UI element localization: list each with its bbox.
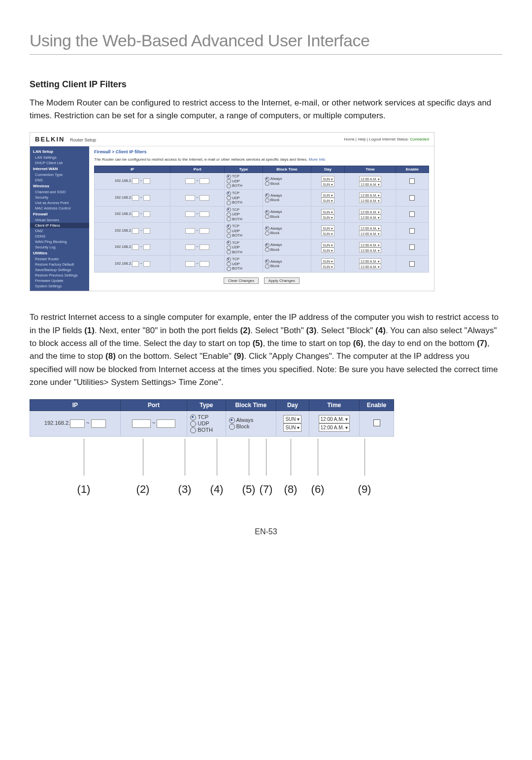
type-radio[interactable] — [227, 245, 231, 250]
time-start-select[interactable]: 12:00 A.M. ▾ — [359, 176, 381, 181]
clear-changes-button[interactable]: Clear Changes — [224, 277, 259, 284]
day-end-select[interactable]: SUN ▾ — [321, 181, 334, 187]
enable-checkbox[interactable] — [409, 228, 415, 234]
sidebar-item[interactable]: Save/Backup Settings — [30, 267, 89, 273]
type-radio[interactable] — [227, 174, 231, 179]
day-end-select[interactable]: SUN ▾ — [321, 231, 334, 236]
port-field[interactable] — [132, 419, 151, 428]
type-radio[interactable] — [227, 184, 231, 188]
day-end-select[interactable]: SUN ▾ — [321, 198, 334, 203]
type-radio[interactable] — [227, 257, 231, 262]
day-end-select[interactable]: SUN ▾ — [321, 264, 334, 269]
sidebar-item[interactable]: DNS — [30, 177, 89, 183]
ip-start-field[interactable] — [132, 244, 139, 250]
type-radio[interactable] — [227, 267, 231, 271]
type-radio[interactable] — [190, 421, 196, 427]
type-radio[interactable] — [227, 212, 231, 217]
ip-end-field[interactable] — [143, 178, 150, 184]
port-start-field[interactable] — [185, 195, 195, 201]
type-radio[interactable] — [227, 234, 231, 238]
sidebar-item[interactable]: Restore Previous Settings — [30, 273, 89, 278]
port-end-field[interactable] — [200, 228, 209, 234]
enable-checkbox[interactable] — [409, 178, 415, 184]
sidebar-item[interactable]: Security — [30, 195, 89, 200]
sidebar-item[interactable]: MAC Address Control — [30, 206, 89, 211]
type-radio[interactable] — [227, 179, 231, 183]
blocktime-radio[interactable] — [265, 210, 269, 214]
port-end-field[interactable] — [200, 244, 209, 250]
blocktime-radio[interactable] — [265, 226, 269, 231]
blocktime-radio[interactable] — [265, 243, 269, 247]
time-end-select[interactable]: 12:00 A.M. ▾ — [359, 181, 381, 187]
sidebar-item[interactable]: Security Log — [30, 244, 89, 250]
day-start-select[interactable]: SUN ▾ — [321, 225, 334, 231]
blocktime-radio[interactable] — [265, 198, 269, 203]
sidebar-item[interactable]: Channel and SSID — [30, 189, 89, 195]
type-radio[interactable] — [227, 241, 231, 245]
sidebar-item[interactable]: System Settings — [30, 283, 89, 289]
ip-start-field[interactable] — [132, 178, 139, 184]
port-start-field[interactable] — [185, 261, 195, 267]
ip-end-field[interactable] — [143, 261, 150, 267]
type-radio[interactable] — [190, 415, 196, 420]
ip-field[interactable] — [91, 419, 106, 428]
blocktime-radio[interactable] — [265, 259, 269, 264]
type-radio[interactable] — [227, 224, 231, 229]
type-radio[interactable] — [227, 217, 231, 221]
day-start-select[interactable]: SUN ▾ — [321, 209, 334, 214]
port-start-field[interactable] — [185, 228, 195, 234]
day-end-select[interactable]: SUN ▾ — [321, 214, 334, 220]
day-start-select[interactable]: SUN ▾ — [321, 258, 334, 264]
sidebar-item[interactable]: LAN Settings — [30, 155, 89, 160]
day-end-select[interactable]: SUN ▾ — [321, 247, 334, 253]
ip-end-field[interactable] — [143, 195, 150, 201]
port-end-field[interactable] — [200, 211, 209, 217]
time-start-select[interactable]: 12:00 A.M. ▾ — [359, 242, 381, 247]
day-start-select[interactable]: SUN ▾ — [321, 192, 334, 198]
day-end-select[interactable]: SUN ▾ — [283, 423, 301, 432]
blocktime-radio[interactable] — [265, 231, 269, 236]
day-start-select[interactable]: SUN ▾ — [321, 242, 334, 247]
sidebar-item[interactable]: Virtual Servers — [30, 217, 89, 223]
time-start-select[interactable]: 12:00 A.M. ▾ — [359, 258, 381, 264]
sidebar-item[interactable]: DMZ — [30, 228, 89, 234]
port-end-field[interactable] — [200, 178, 209, 184]
time-end-select[interactable]: 12:00 A.M. ▾ — [359, 247, 381, 253]
time-start-select[interactable]: 12:00 A.M. ▾ — [359, 192, 381, 198]
more-info-link[interactable]: More Info — [309, 157, 326, 162]
blocktime-radio[interactable] — [265, 193, 269, 198]
type-radio[interactable] — [227, 207, 231, 212]
time-start-select[interactable]: 12:00 A.M. ▾ — [359, 225, 381, 231]
blocktime-radio[interactable] — [265, 264, 269, 269]
apply-changes-button[interactable]: Apply Changes — [264, 277, 299, 284]
sidebar-item[interactable]: WAN Ping Blocking — [30, 239, 89, 244]
ip-end-field[interactable] — [143, 211, 150, 217]
ip-end-field[interactable] — [143, 244, 150, 250]
blocktime-radio[interactable] — [265, 247, 269, 252]
time-start-select[interactable]: 12:00 A.M. ▾ — [359, 209, 381, 214]
type-radio[interactable] — [227, 229, 231, 233]
ip-start-field[interactable] — [132, 228, 139, 234]
blocktime-radio[interactable] — [265, 214, 269, 219]
port-start-field[interactable] — [185, 244, 195, 250]
port-start-field[interactable] — [185, 178, 195, 184]
time-start-select[interactable]: 12:00 A.M. ▾ — [319, 415, 350, 423]
port-end-field[interactable] — [200, 261, 209, 267]
ip-end-field[interactable] — [143, 228, 150, 234]
ip-field[interactable] — [70, 419, 85, 428]
time-end-select[interactable]: 12:00 A.M. ▾ — [359, 214, 381, 220]
sidebar-item[interactable]: Connection Type — [30, 172, 89, 177]
sidebar-item[interactable]: Restore Factory Default — [30, 262, 89, 267]
blocktime-radio[interactable] — [265, 177, 269, 181]
sidebar-item[interactable]: Firmware Update — [30, 278, 89, 283]
enable-checkbox[interactable] — [409, 195, 415, 201]
port-end-field[interactable] — [200, 195, 209, 201]
sidebar-item[interactable]: Restart Router — [30, 256, 89, 262]
type-radio[interactable] — [227, 191, 231, 196]
type-radio[interactable] — [227, 201, 231, 205]
port-field[interactable] — [157, 419, 175, 428]
enable-checkbox[interactable] — [409, 244, 415, 250]
sidebar-item[interactable]: DDNS — [30, 234, 89, 239]
sidebar-item[interactable]: Use as Access Point — [30, 200, 89, 206]
time-end-select[interactable]: 12:00 A.M. ▾ — [359, 264, 381, 269]
